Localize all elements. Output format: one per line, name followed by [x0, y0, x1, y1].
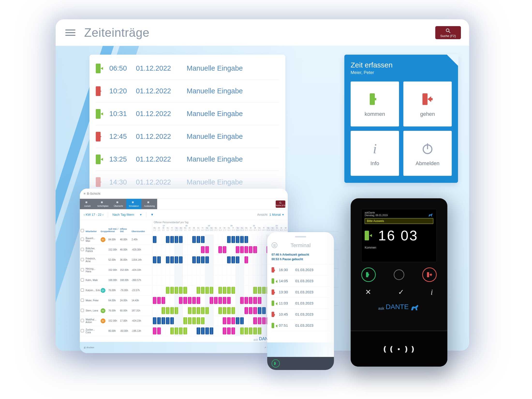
- shift-block[interactable]: [183, 327, 187, 334]
- shift-block[interactable]: [231, 327, 235, 334]
- chevron-down-icon[interactable]: ▾: [282, 213, 284, 216]
- menu-button[interactable]: [65, 30, 75, 36]
- shift-block[interactable]: [236, 246, 239, 253]
- gantt-cell[interactable]: [192, 235, 196, 244]
- row-checkbox[interactable]: [81, 319, 84, 322]
- gantt-cell[interactable]: [214, 265, 218, 275]
- col-overtime[interactable]: Überstunden: [132, 230, 145, 233]
- shift-block[interactable]: [249, 327, 252, 334]
- row-checkbox[interactable]: [81, 309, 84, 312]
- gantt-cell[interactable]: [209, 265, 214, 275]
- gantt-cell[interactable]: [227, 255, 231, 265]
- print-button[interactable]: 🖨 drucken: [84, 346, 94, 349]
- shift-block[interactable]: [210, 297, 213, 304]
- gantt-cell[interactable]: [214, 316, 218, 326]
- gantt-cell[interactable]: [222, 285, 227, 295]
- shift-block[interactable]: [197, 256, 200, 263]
- chevron-down-icon[interactable]: ▾: [140, 213, 142, 216]
- gantt-cell[interactable]: [205, 285, 209, 295]
- table-row[interactable]: Katzen... ErikQ176.00h-76.00h-23.57h: [80, 285, 152, 296]
- shift-block[interactable]: [153, 236, 156, 243]
- gantt-cell[interactable]: [174, 296, 178, 305]
- shift-block[interactable]: [192, 307, 196, 314]
- gantt-cell[interactable]: [227, 245, 231, 255]
- gantt-cell[interactable]: [161, 235, 165, 244]
- shift-block[interactable]: [162, 297, 165, 304]
- gantt-cell[interactable]: [170, 326, 174, 336]
- gantt-cell[interactable]: [200, 296, 205, 305]
- gantt-cell[interactable]: [200, 265, 205, 275]
- shift-block[interactable]: [192, 297, 196, 304]
- gantt-cell[interactable]: [218, 296, 222, 305]
- go-button[interactable]: [422, 267, 437, 282]
- shift-block[interactable]: [201, 317, 205, 324]
- gantt-cell[interactable]: [248, 255, 253, 265]
- gantt-cell[interactable]: [187, 245, 192, 255]
- toolbar-Schichtplan[interactable]: ▦Schichtplan: [95, 199, 111, 209]
- gantt-cell[interactable]: [240, 265, 244, 275]
- gantt-cell[interactable]: [248, 235, 253, 244]
- phone-entry-list[interactable]: 16:3001.03.202314:0501.03.202313:3001.03…: [267, 264, 334, 331]
- gantt-cell[interactable]: [152, 265, 157, 275]
- gantt-cell[interactable]: [192, 275, 196, 285]
- shift-block[interactable]: [179, 256, 183, 263]
- shift-block[interactable]: [240, 246, 244, 253]
- shift-block[interactable]: [218, 307, 222, 314]
- shift-block[interactable]: [244, 307, 248, 314]
- gantt-cell[interactable]: [209, 235, 214, 244]
- shift-block[interactable]: [179, 236, 183, 243]
- gantt-cell[interactable]: [157, 255, 161, 265]
- gantt-cell[interactable]: [235, 245, 240, 255]
- gantt-cell[interactable]: [235, 275, 240, 285]
- gantt-cell[interactable]: [170, 296, 174, 305]
- gantt-cell[interactable]: [253, 255, 257, 265]
- gantt-cell[interactable]: [227, 235, 231, 244]
- gantt-cell[interactable]: [196, 275, 200, 285]
- gantt-cell[interactable]: [235, 296, 240, 305]
- shift-block[interactable]: [253, 327, 257, 334]
- col-soll[interactable]: Soll Std. / Monat: [108, 228, 119, 233]
- gantt-cell[interactable]: [170, 316, 174, 326]
- gantt-cell[interactable]: [165, 235, 170, 244]
- gantt-cell[interactable]: [183, 296, 187, 305]
- phone-menu-button[interactable]: [272, 242, 277, 248]
- gantt-cell[interactable]: [152, 255, 157, 265]
- gantt-cell[interactable]: [165, 255, 170, 265]
- phone-entry-row[interactable]: 07:5101.03.2023: [272, 320, 330, 331]
- gantt-cell[interactable]: [218, 326, 222, 336]
- shift-block[interactable]: [197, 287, 200, 294]
- shift-block[interactable]: [188, 307, 192, 314]
- gantt-cell[interactable]: [214, 306, 218, 316]
- gantt-cell[interactable]: [200, 255, 205, 265]
- gantt-cell[interactable]: [240, 326, 244, 336]
- gantt-cell[interactable]: [262, 275, 266, 285]
- gantt-cell[interactable]: [231, 296, 235, 305]
- shift-block[interactable]: [179, 287, 183, 294]
- gantt-cell[interactable]: [240, 235, 244, 244]
- gantt-cell[interactable]: [205, 255, 209, 265]
- gantt-cell[interactable]: [218, 306, 222, 316]
- gantt-cell[interactable]: [196, 296, 200, 305]
- gantt-cell[interactable]: [183, 265, 187, 275]
- shift-block[interactable]: [236, 317, 239, 324]
- shift-block[interactable]: [258, 327, 261, 334]
- shift-block[interactable]: [183, 317, 187, 324]
- table-row[interactable]: Waldhal... AntonB2152.00h17.00h-424.23h: [80, 316, 152, 326]
- gantt-cell[interactable]: [183, 275, 187, 285]
- gantt-cell[interactable]: [240, 285, 244, 295]
- shift-block[interactable]: [258, 297, 261, 304]
- gantt-cell[interactable]: [192, 265, 196, 275]
- shift-block[interactable]: [170, 287, 174, 294]
- shift-block[interactable]: [227, 236, 231, 243]
- gantt-cell[interactable]: [240, 255, 244, 265]
- gantt-cell[interactable]: [165, 326, 170, 336]
- shift-block[interactable]: [166, 236, 170, 243]
- phone-entry-row[interactable]: 11:0301.03.2023: [272, 298, 330, 309]
- shift-block[interactable]: [210, 327, 213, 334]
- shift-block[interactable]: [240, 327, 244, 334]
- gantt-cell[interactable]: [192, 326, 196, 336]
- gantt-cell[interactable]: [218, 255, 222, 265]
- shift-block[interactable]: [157, 317, 161, 324]
- gantt-cell[interactable]: [200, 235, 205, 244]
- gantt-cell[interactable]: [157, 285, 161, 295]
